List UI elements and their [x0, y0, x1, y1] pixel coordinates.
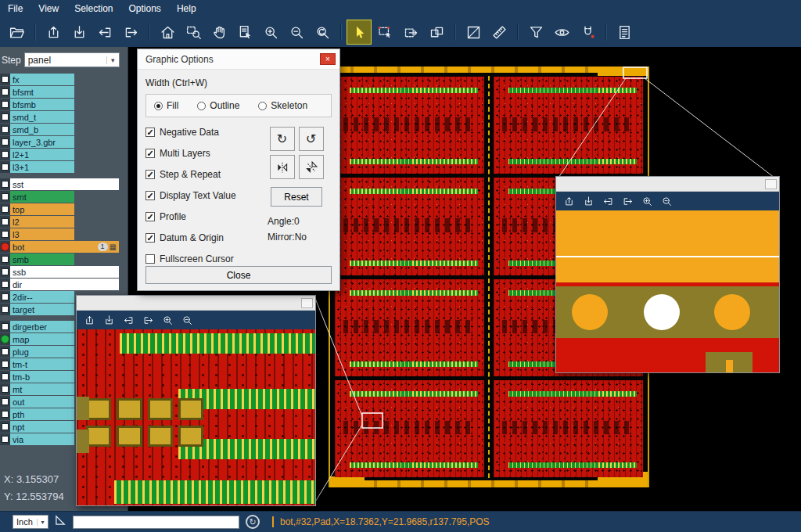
layer-visibility-checkbox[interactable]	[2, 281, 9, 288]
import-button[interactable]	[41, 20, 65, 44]
rotate-ccw-button[interactable]: ↺	[299, 127, 324, 151]
layer-visibility-checkbox[interactable]	[2, 151, 9, 158]
layer-visibility-checkbox[interactable]	[2, 436, 9, 443]
layer-visibility-checkbox[interactable]	[2, 88, 9, 95]
layer-row[interactable]: smd_b	[0, 124, 128, 135]
layer-visibility-checkbox[interactable]	[2, 323, 9, 330]
view-options-button[interactable]	[550, 20, 573, 44]
mag-zoom-in-button[interactable]	[160, 312, 175, 328]
layer-name[interactable]: bot1▦	[10, 241, 119, 253]
zoom-window-button[interactable]	[181, 20, 205, 44]
ruler-button[interactable]	[487, 20, 511, 44]
layer-name[interactable]: map	[10, 333, 74, 345]
layer-name[interactable]: mt	[10, 383, 74, 395]
magnifier-right-titlebar[interactable]	[556, 177, 779, 192]
layer-visibility-checkbox[interactable]	[2, 218, 9, 225]
layer-name[interactable]: layer_3.gbr	[10, 136, 74, 148]
layer-name[interactable]: l3+1	[10, 161, 74, 173]
layer-visibility-checkbox[interactable]	[2, 193, 9, 200]
mag-move-in-button[interactable]	[600, 193, 616, 209]
layer-name[interactable]: npt	[10, 421, 74, 433]
layer-visibility-checkbox[interactable]	[2, 256, 9, 263]
layer-visibility-checkbox[interactable]	[2, 164, 9, 171]
layer-visibility-checkbox[interactable]	[2, 113, 9, 120]
menu-help[interactable]: Help	[177, 3, 196, 14]
layer-name[interactable]: pth	[10, 408, 74, 420]
move-in-button[interactable]	[93, 20, 117, 44]
layer-visibility-checkbox[interactable]	[2, 206, 9, 213]
mirror-horizontal-button[interactable]	[270, 155, 295, 179]
layer-name[interactable]: out	[10, 396, 74, 408]
layer-name[interactable]: l2	[10, 216, 74, 228]
layer-visibility-checkbox[interactable]	[2, 386, 9, 393]
layer-name[interactable]: dir	[10, 279, 119, 290]
layer-visibility-checkbox[interactable]	[2, 101, 9, 108]
layer-visibility-checkbox[interactable]	[2, 293, 9, 300]
layer-visibility-checkbox[interactable]	[2, 411, 9, 418]
layer-name[interactable]: smb	[10, 253, 74, 265]
unit-combobox[interactable]: Inch ▾	[13, 515, 48, 529]
menu-selection[interactable]: Selection	[74, 3, 113, 14]
layer-visibility-checkbox[interactable]	[2, 423, 9, 430]
layer-name[interactable]: target	[10, 304, 74, 315]
diagonal-line-button[interactable]	[462, 20, 485, 44]
mag-export-button[interactable]	[101, 312, 117, 328]
layer-row[interactable]: layer_3.gbr	[0, 136, 128, 148]
menu-options[interactable]: Options	[129, 3, 161, 14]
layer-visibility-checkbox[interactable]	[2, 361, 9, 368]
pan-button[interactable]	[207, 20, 231, 44]
checkbox-datum-origin[interactable]: ✓ Datum & Origin	[145, 232, 261, 243]
layer-name[interactable]: tm-b	[10, 371, 74, 383]
mag-move-out-button[interactable]	[140, 312, 156, 328]
layer-row[interactable]: bot1▦	[0, 241, 128, 253]
layer-visibility-checkbox[interactable]	[2, 398, 9, 405]
layer-visibility-checkbox[interactable]	[2, 181, 9, 188]
radio-fill[interactable]: Fill	[154, 100, 178, 111]
zoom-in-button[interactable]	[259, 20, 282, 44]
layer-name[interactable]: tm-t	[10, 358, 74, 370]
window-control-button[interactable]	[301, 298, 313, 308]
marquee-select-button[interactable]	[373, 20, 397, 44]
layer-row[interactable]: top	[0, 203, 128, 215]
zoom-view-left[interactable]	[77, 329, 315, 505]
layer-name[interactable]: l2+1	[10, 149, 74, 160]
layer-name[interactable]: smd_t	[10, 111, 74, 123]
close-button[interactable]: Close	[145, 266, 332, 284]
layer-name[interactable]: ssb	[10, 266, 119, 278]
radio-skeleton[interactable]: Skeleton	[258, 100, 307, 111]
layer-visibility-checkbox[interactable]	[2, 126, 9, 133]
radio-outline[interactable]: Outline	[197, 100, 239, 111]
layer-row[interactable]: l2	[0, 216, 128, 228]
mag-move-out-button[interactable]	[620, 193, 635, 209]
layer-visibility-checkbox[interactable]	[2, 76, 9, 83]
checkbox-multi-layers[interactable]: ✓ Multi Layers	[145, 148, 261, 159]
mag-export-button[interactable]	[580, 193, 596, 209]
rotate-cw-button[interactable]: ↻	[270, 127, 295, 151]
layer-visibility-checkbox[interactable]	[2, 231, 9, 238]
window-control-button[interactable]	[765, 179, 777, 189]
layer-row[interactable]: dir	[0, 279, 128, 290]
checkbox-fullscreen-cursor[interactable]: ✓ Fullscreen Cursor	[145, 253, 261, 264]
reset-button[interactable]: Reset	[271, 187, 322, 207]
zoom-out-button[interactable]	[285, 20, 308, 44]
filter-button[interactable]	[524, 20, 548, 44]
chevron-down-icon[interactable]: ▾	[106, 56, 119, 64]
layer-visibility-checkbox[interactable]	[2, 138, 9, 146]
layer-row[interactable]: smt	[0, 191, 128, 203]
menu-view[interactable]: View	[38, 3, 59, 14]
report-button[interactable]	[612, 20, 636, 44]
compare-layers-button[interactable]	[425, 20, 448, 44]
layer-name[interactable]: l3	[10, 228, 74, 240]
layer-name[interactable]: bfsmb	[10, 99, 74, 110]
mag-import-button[interactable]	[561, 193, 577, 209]
layer-row[interactable]: fx	[0, 74, 128, 85]
layer-name[interactable]: smt	[10, 191, 74, 203]
pointer-select-button[interactable]	[347, 20, 371, 44]
mag-import-button[interactable]	[81, 312, 97, 328]
layer-row[interactable]: smd_t	[0, 111, 128, 123]
refresh-button[interactable]: ↻	[246, 515, 260, 529]
open-file-button[interactable]	[5, 20, 28, 44]
export-button[interactable]	[67, 20, 91, 44]
layer-visibility-checkbox[interactable]	[2, 373, 9, 380]
layer-row[interactable]: l3+1	[0, 161, 128, 173]
